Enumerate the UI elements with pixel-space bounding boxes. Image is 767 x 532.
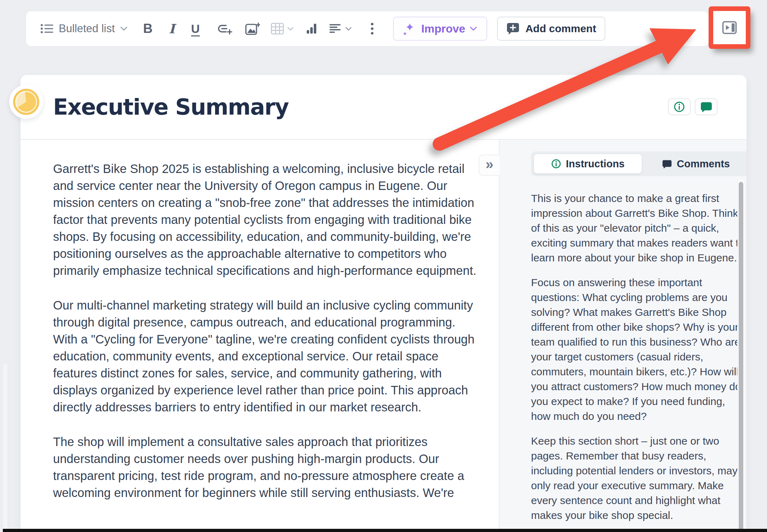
- panel-scrollbar-thumb[interactable]: [739, 182, 743, 532]
- expand-panel-icon: [722, 21, 737, 34]
- comment-bubble-icon: [662, 160, 672, 168]
- kebab-icon: [370, 22, 374, 35]
- section-badge: [9, 85, 43, 119]
- chevron-down-icon: [287, 27, 294, 31]
- section-header-actions: [668, 98, 717, 115]
- alignment-button[interactable]: [329, 24, 352, 34]
- bulleted-list-icon: [40, 23, 54, 34]
- chevron-down-icon: [469, 26, 477, 31]
- instructions-paragraph: Focus on answering these important quest…: [531, 275, 746, 424]
- instructions-paragraph: Keep this section short – just one or tw…: [531, 434, 746, 523]
- comment-plus-icon: [506, 22, 520, 35]
- collapse-panel-button[interactable]: »: [479, 155, 500, 176]
- block-format-select[interactable]: Bulleted list: [40, 22, 128, 35]
- tab-comments-label: Comments: [677, 158, 730, 170]
- document-editor[interactable]: Garrett's Bike Shop 2025 is establishing…: [53, 160, 478, 519]
- instructions-info-button[interactable]: [668, 98, 691, 115]
- editor-paragraph: The shop will implement a consultative s…: [53, 433, 478, 501]
- instructions-panel: Instructions Comments This is your chanc…: [500, 140, 746, 532]
- info-icon: [551, 159, 561, 169]
- tab-comments[interactable]: Comments: [642, 158, 746, 170]
- page-title: Executive Summary: [53, 94, 289, 120]
- align-text-icon: [329, 24, 342, 34]
- insert-link-button[interactable]: [217, 23, 232, 35]
- info-icon: [674, 101, 685, 112]
- instructions-paragraph: This is your chance to make a great firs…: [531, 191, 746, 265]
- add-comment-label: Add comment: [525, 23, 596, 35]
- insert-table-button[interactable]: [271, 23, 294, 35]
- editor-toolbar: Bulleted list B I U: [26, 11, 708, 46]
- italic-button[interactable]: I: [169, 21, 175, 36]
- table-icon: [271, 23, 284, 35]
- tab-instructions[interactable]: Instructions: [534, 154, 642, 173]
- chevron-down-icon: [345, 27, 352, 31]
- insert-image-button[interactable]: [245, 22, 260, 35]
- underline-button[interactable]: U: [191, 22, 200, 36]
- left-edge-strip: [2, 364, 8, 529]
- editor-paragraph: Our multi-channel marketing strategy wil…: [53, 297, 478, 416]
- section-card: Executive Summary Garrett's: [21, 75, 746, 532]
- app-window: Bulleted list B I U: [0, 0, 767, 532]
- insert-chart-button[interactable]: [306, 23, 317, 34]
- add-comment-button[interactable]: Add comment: [497, 17, 605, 41]
- sparkle-icon: ✦ ✦: [403, 22, 417, 36]
- panel-scrollbar-track: [737, 179, 745, 532]
- tab-instructions-label: Instructions: [566, 158, 625, 170]
- improve-label: Improve: [421, 22, 465, 35]
- more-options-button[interactable]: [370, 22, 374, 35]
- annotation-highlight-box: [709, 6, 750, 49]
- improve-button[interactable]: ✦ ✦ Improve: [393, 17, 487, 41]
- comment-bubble-icon: [700, 102, 712, 112]
- section-comments-button[interactable]: [695, 98, 717, 115]
- panel-tabs: Instructions Comments: [531, 151, 746, 176]
- bottom-window-edge: [3, 529, 767, 532]
- bold-button[interactable]: B: [143, 21, 153, 36]
- instructions-text: This is your chance to make a great firs…: [531, 191, 746, 532]
- block-format-label: Bulleted list: [59, 22, 115, 35]
- editor-paragraph: Garrett's Bike Shop 2025 is establishing…: [53, 160, 478, 279]
- link-plus-icon: [217, 23, 232, 35]
- pie-chart-icon: [13, 89, 39, 115]
- expand-panel-button[interactable]: [722, 21, 737, 34]
- image-plus-icon: [245, 22, 260, 35]
- chevron-down-icon: [120, 26, 128, 31]
- collapse-chevrons-icon: »: [485, 156, 493, 172]
- bar-chart-icon: [306, 23, 317, 34]
- section-body: Garrett's Bike Shop 2025 is establishing…: [21, 140, 746, 532]
- section-header: Executive Summary: [21, 75, 746, 140]
